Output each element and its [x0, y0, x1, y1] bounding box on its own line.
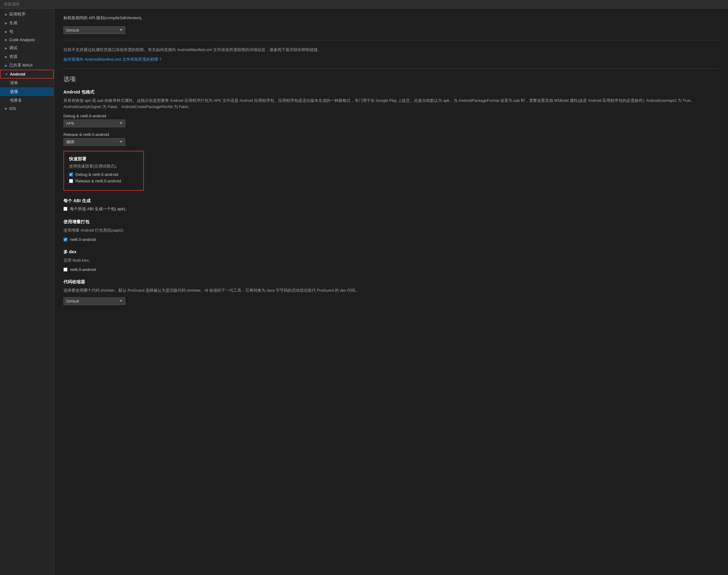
arrow-icon: ▼	[5, 72, 8, 76]
search-bar	[0, 0, 728, 9]
debug-dropdown-wrapper: Debug & net6.0-android APK AAB	[64, 114, 719, 127]
sidebar-sub-item-options[interactable]: 选项	[0, 87, 54, 96]
arrow-icon: ▶	[5, 64, 7, 67]
arrow-icon: ▶	[5, 21, 7, 25]
code-shrinker-desc: 选择要使用哪个代码 shrinker。默认 ProGuard 选择被认为是旧版代…	[64, 288, 719, 294]
arrow-icon: ▶	[5, 55, 7, 59]
divider-2	[64, 68, 719, 69]
sidebar-item-ios[interactable]: ▶ iOS	[0, 105, 54, 112]
sidebar-sub-item-label: 清单	[10, 80, 18, 85]
debug-dropdown-label: Debug & net6.0-android	[64, 114, 719, 118]
arrow-icon: ▶	[5, 38, 7, 41]
per-abi-section: 每个 ABI 生成 每个所选 ABI 生成一个包(.apk)。	[64, 198, 719, 212]
sidebar-item-label: 应用程序	[9, 11, 25, 17]
incremental-pack-label: net6.0-android	[70, 237, 96, 242]
multi-dex-checkbox-row: net6.0-android	[64, 267, 719, 272]
options-header: 选项	[64, 75, 719, 83]
multi-dex-label: net6.0-android	[70, 267, 96, 272]
sidebar-sub-item-signing[interactable]: 包签名	[0, 96, 54, 105]
sidebar: ▶ 应用程序 ▶ 生成 ▶ 包 ▶ Code Analysis ▶ 调试	[0, 9, 54, 575]
permission-link[interactable]: 如何直接向 AndroidManifest.xml 文件添加所需的权限？	[64, 57, 162, 62]
code-shrinker-dropdown-wrapper: Default r8 ProGuard	[64, 297, 719, 305]
main-layout: ▶ 应用程序 ▶ 生成 ▶ 包 ▶ Code Analysis ▶ 调试	[0, 9, 728, 575]
sidebar-item-codeanalysis[interactable]: ▶ Code Analysis	[0, 36, 54, 44]
fast-deploy-release-label: Release & net6.0-android	[75, 179, 121, 183]
default-dropdown-wrapper: Default	[64, 26, 719, 34]
release-package-dropdown[interactable]: APK 捆绑	[64, 138, 125, 146]
incremental-pack-title: 使用增量打包	[64, 219, 719, 225]
fast-deploy-release-checkbox[interactable]	[69, 179, 73, 183]
arrow-icon: ▶	[5, 107, 7, 110]
per-abi-checkbox[interactable]	[64, 207, 67, 211]
arrow-icon: ▶	[5, 13, 7, 16]
incremental-pack-section: 使用增量打包 使用增量 Android 打包系统(aapt2) net6.0-a…	[64, 219, 719, 242]
multi-dex-title: 多 dex	[64, 249, 719, 255]
content-area: 标框架相同的 API 级别(compileSdkVersion)。 Defaul…	[54, 9, 728, 575]
sidebar-item-label: 包	[9, 29, 13, 34]
sidebar-sub-item-label: 包签名	[10, 98, 22, 102]
sidebar-item-label: 资源	[9, 54, 17, 60]
code-shrinker-dropdown[interactable]: Default r8 ProGuard	[64, 297, 125, 305]
incremental-pack-checkbox[interactable]	[64, 237, 67, 241]
code-shrinker-title: 代码收缩器	[64, 279, 719, 285]
permission-text: 目前不支持通过此属性页接口添加所需的权限。有关如何直接向 AndroidMani…	[64, 47, 719, 53]
sidebar-item-label: Code Analysis	[9, 37, 35, 42]
sidebar-item-debug[interactable]: ▶ 调试	[0, 44, 54, 52]
fast-deploy-debug-row: Debug & net6.0-android	[69, 172, 138, 177]
android-package-format-section: Android 包格式 具有有效值 apk 或 aab 的枚举样式属性。这指示你…	[64, 90, 719, 146]
sidebar-item-sharedmaui[interactable]: ▶ 已共享 MAUI	[0, 61, 54, 70]
sidebar-item-label: 调试	[9, 45, 17, 51]
arrow-icon: ▶	[5, 46, 7, 50]
intro-text: 标框架相同的 API 级别(compileSdkVersion)。	[64, 15, 719, 21]
app-container: ▶ 应用程序 ▶ 生成 ▶ 包 ▶ Code Analysis ▶ 调试	[0, 0, 728, 575]
sidebar-item-resources[interactable]: ▶ 资源	[0, 52, 54, 61]
fast-deploy-title: 快速部署	[69, 156, 138, 162]
multi-dex-desc: 启用 Multi-Dex。	[64, 257, 719, 264]
multi-dex-checkbox[interactable]	[64, 268, 67, 272]
fast-deploy-debug-label: Debug & net6.0-android	[75, 172, 118, 177]
sidebar-item-android[interactable]: ▼ Android	[0, 70, 54, 79]
sidebar-item-package[interactable]: ▶ 包	[0, 27, 54, 36]
sidebar-item-app[interactable]: ▶ 应用程序	[0, 10, 54, 19]
release-dropdown-wrapper: Release & net6.0-android APK 捆绑	[64, 132, 719, 146]
android-package-format-title: Android 包格式	[64, 90, 719, 95]
incremental-pack-checkbox-row: net6.0-android	[64, 237, 719, 242]
multi-dex-section: 多 dex 启用 Multi-Dex。 net6.0-android	[64, 249, 719, 272]
intro-text-content: 标框架相同的 API 级别(compileSdkVersion)。	[64, 15, 145, 20]
fast-deploy-debug-checkbox[interactable]	[69, 172, 73, 176]
arrow-icon: ▶	[5, 30, 7, 33]
sidebar-sub-item-label: 选项	[10, 89, 18, 94]
incremental-pack-desc: 使用增量 Android 打包系统(aapt2)	[64, 227, 719, 234]
sidebar-item-label: 已共享 MAUI	[9, 63, 33, 68]
sidebar-item-build[interactable]: ▶ 生成	[0, 19, 54, 27]
sidebar-item-label: iOS	[9, 106, 16, 111]
code-shrinker-section: 代码收缩器 选择要使用哪个代码 shrinker。默认 ProGuard 选择被…	[64, 279, 719, 305]
sidebar-item-label: 生成	[9, 20, 17, 26]
android-package-format-desc: 具有有效值 apk 或 aab 的枚举样式属性。这指示你是想要将 Android…	[64, 98, 719, 110]
release-dropdown-label: Release & net6.0-android	[64, 132, 719, 137]
fast-deploy-release-row: Release & net6.0-android	[69, 179, 138, 183]
default-dropdown[interactable]: Default	[64, 26, 125, 34]
debug-package-dropdown[interactable]: APK AAB	[64, 120, 125, 127]
fast-deploy-section: 快速部署 使用快速部署(仅调试模式)。 Debug & net6.0-andro…	[64, 151, 144, 191]
per-abi-label: 每个所选 ABI 生成一个包(.apk)。	[70, 206, 129, 212]
per-abi-checkbox-row: 每个所选 ABI 生成一个包(.apk)。	[64, 206, 719, 212]
per-abi-title: 每个 ABI 生成	[64, 198, 719, 204]
sidebar-item-label: Android	[10, 72, 25, 76]
search-input[interactable]	[4, 2, 66, 6]
sidebar-sub-item-manifest[interactable]: 清单	[0, 79, 54, 87]
fast-deploy-desc: 使用快速部署(仅调试模式)。	[69, 164, 138, 169]
